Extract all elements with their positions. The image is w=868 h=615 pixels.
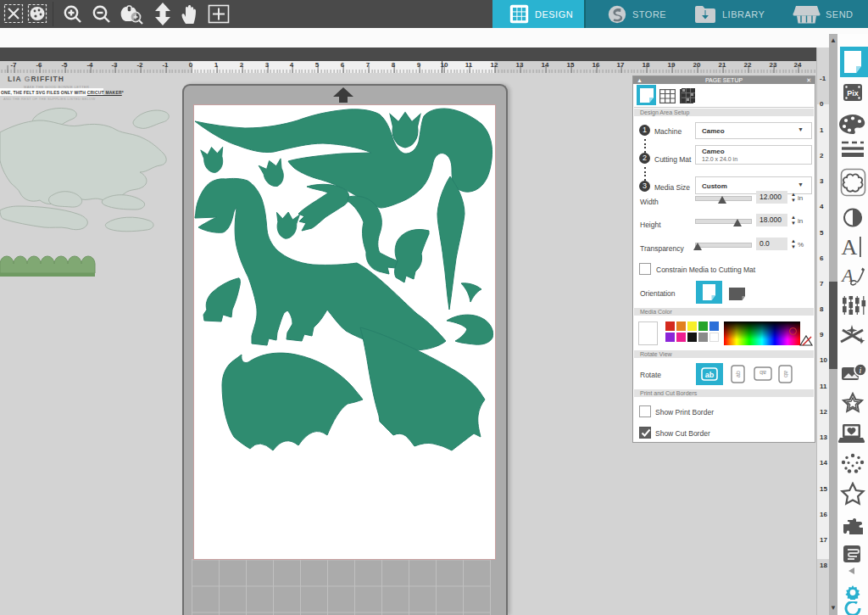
svg-text:A: A xyxy=(840,265,854,286)
svg-text:Pix: Pix xyxy=(847,89,859,98)
svg-text:ab: ab xyxy=(783,371,789,377)
svg-text:ab: ab xyxy=(735,371,741,377)
svg-text:A: A xyxy=(842,236,858,258)
svg-text:ab: ab xyxy=(760,370,766,376)
svg-text:ab: ab xyxy=(705,371,715,379)
svg-text:i: i xyxy=(860,366,862,375)
